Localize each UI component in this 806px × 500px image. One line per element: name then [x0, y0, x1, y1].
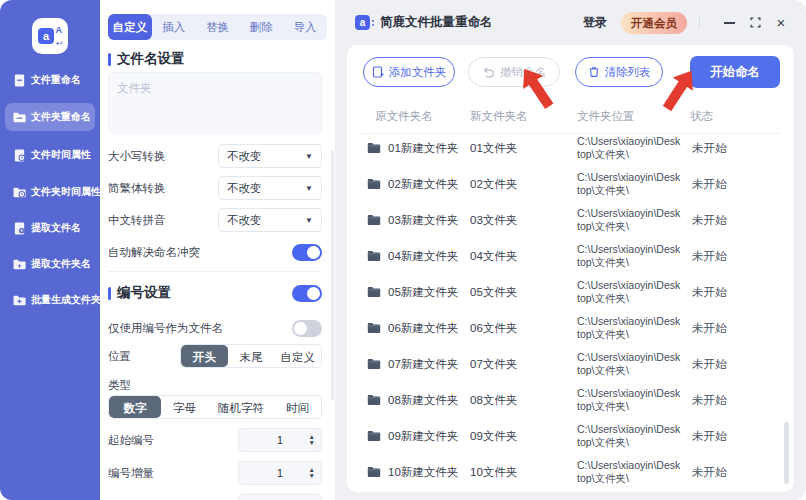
position-option-custom[interactable]: 自定义	[274, 345, 321, 367]
start-number-stepper[interactable]: 1 ▲▼	[238, 428, 322, 452]
table-row[interactable]: 08新建文件夹 08文件夹 C:\Users\xiaoyin\Desktop\文…	[363, 382, 780, 418]
clear-list-button[interactable]: 清除列表	[575, 57, 663, 87]
stepper-arrows-icon[interactable]: ▲▼	[309, 495, 315, 500]
position-label: 位置	[108, 349, 131, 364]
case-convert-row: 大小写转换 不改变 ▼	[108, 144, 322, 168]
sidebar-item-file-time[interactable]: 文件时间属性	[5, 141, 95, 169]
app-window: a A ↩ 文件重命名 文件夹重命名 文件时间属性 文件夹时间属性 提取文件名 …	[0, 0, 806, 500]
only-number-toggle[interactable]	[292, 320, 322, 337]
pinyin-convert-label: 中文转拼音	[108, 213, 166, 228]
type-option-time[interactable]: 时间	[274, 396, 321, 418]
increment-label: 编号增量	[108, 466, 154, 481]
tradsimp-convert-label: 简繁体转换	[108, 181, 166, 196]
orig-folder-name: 09新建文件夹	[388, 429, 458, 444]
partial-stepper[interactable]: ▲▼	[238, 494, 322, 500]
new-folder-name: 06文件夹	[470, 321, 577, 336]
sidebar-item-label: 提取文件名	[31, 221, 81, 235]
type-option-random[interactable]: 随机字符	[208, 396, 274, 418]
vip-button[interactable]: 开通会员	[621, 12, 687, 34]
login-button[interactable]: 登录	[583, 14, 607, 31]
add-folder-icon	[372, 66, 384, 78]
tab-insert[interactable]: 插入	[152, 14, 196, 40]
new-folder-name: 09文件夹	[470, 429, 577, 444]
table-scrollbar[interactable]	[784, 422, 789, 484]
folder-icon	[367, 250, 381, 262]
numbering-section-header: 编号设置	[108, 284, 322, 302]
folder-time-icon	[12, 186, 27, 199]
folder-rename-icon	[12, 111, 27, 124]
conflict-label: 自动解决命名冲突	[108, 245, 200, 260]
stepper-arrows-icon[interactable]: ▲▼	[309, 462, 315, 484]
folder-icon	[367, 322, 381, 334]
folder-path: C:\Users\xiaoyin\Desktop\文件夹\	[577, 135, 690, 161]
case-convert-label: 大小写转换	[108, 149, 166, 164]
table-row[interactable]: 09新建文件夹 09文件夹 C:\Users\xiaoyin\Desktop\文…	[363, 418, 780, 454]
sidebar-item-folder-create[interactable]: 批量生成文件夹	[5, 286, 95, 314]
table-row[interactable]: 02新建文件夹 02文件夹 C:\Users\xiaoyin\Desktop\文…	[363, 166, 780, 202]
orig-folder-name: 02新建文件夹	[388, 177, 458, 192]
close-button[interactable]: ×	[772, 14, 790, 32]
pinyin-convert-select[interactable]: 不改变 ▼	[218, 208, 322, 232]
table-row[interactable]: 10新建文件夹 10文件夹 C:\Users\xiaoyin\Desktop\文…	[363, 454, 780, 490]
new-folder-name: 07文件夹	[470, 357, 577, 372]
minimize-button[interactable]	[720, 14, 738, 32]
status-text: 未开始	[690, 357, 780, 372]
sidebar-item-file-rename[interactable]: 文件重命名	[5, 66, 95, 94]
position-row: 位置 开头 末尾 自定义	[108, 344, 322, 368]
new-folder-name: 01文件夹	[470, 141, 577, 156]
new-folder-name: 04文件夹	[470, 249, 577, 264]
status-text: 未开始	[690, 465, 780, 480]
tab-import[interactable]: 导入	[283, 14, 327, 40]
tradsimp-convert-select[interactable]: 不改变 ▼	[218, 176, 322, 200]
status-text: 未开始	[690, 177, 780, 192]
table-row[interactable]: 01新建文件夹 01文件夹 C:\Users\xiaoyin\Desktop\文…	[363, 130, 780, 166]
window-title: 简鹿文件批量重命名	[380, 14, 493, 31]
sidebar-item-extract-file[interactable]: 提取文件名	[5, 214, 95, 242]
sidebar-item-folder-rename[interactable]: 文件夹重命名	[5, 103, 95, 131]
case-convert-select[interactable]: 不改变 ▼	[218, 144, 322, 168]
tab-custom[interactable]: 自定义	[108, 14, 152, 40]
status-text: 未开始	[690, 141, 780, 156]
stepper-arrows-icon[interactable]: ▲▼	[309, 429, 315, 451]
app-icon: a	[355, 15, 370, 30]
table-row[interactable]: 04新建文件夹 04文件夹 C:\Users\xiaoyin\Desktop\文…	[363, 238, 780, 274]
sidebar-item-folder-time[interactable]: 文件夹时间属性	[5, 178, 95, 206]
type-option-number[interactable]: 数字	[109, 396, 161, 418]
status-text: 未开始	[690, 429, 780, 444]
sidebar-item-label: 文件重命名	[31, 73, 81, 87]
position-option-start[interactable]: 开头	[181, 345, 228, 367]
only-number-row: 仅使用编号作为文件名	[108, 316, 322, 340]
increment-stepper[interactable]: 1 ▲▼	[238, 461, 322, 485]
folder-path: C:\Users\xiaoyin\Desktop\文件夹\	[577, 243, 690, 269]
type-option-letter[interactable]: 字母	[161, 396, 208, 418]
tab-replace[interactable]: 替换	[196, 14, 240, 40]
folder-icon	[367, 178, 381, 190]
type-segmented: 数字 字母 随机字符 时间	[108, 395, 322, 419]
caret-down-icon: ▼	[305, 152, 313, 161]
new-folder-name: 02文件夹	[470, 177, 577, 192]
table-row[interactable]: 06新建文件夹 06文件夹 C:\Users\xiaoyin\Desktop\文…	[363, 310, 780, 346]
conflict-toggle[interactable]	[292, 244, 322, 261]
header-orig-name: 原文件夹名	[363, 109, 470, 124]
new-folder-name: 05文件夹	[470, 285, 577, 300]
settings-panel: 自定义 插入 替换 删除 导入 文件名设置 大小写转换 不改变 ▼ 简繁体转换 …	[100, 0, 335, 500]
start-rename-button[interactable]: 开始命名	[690, 56, 780, 88]
table-row[interactable]: 07新建文件夹 07文件夹 C:\Users\xiaoyin\Desktop\文…	[363, 346, 780, 382]
section-bar	[108, 287, 111, 300]
undo-rename-button[interactable]: 撤销命名	[468, 57, 560, 87]
position-option-end[interactable]: 末尾	[228, 345, 275, 367]
numbering-section-title: 编号设置	[117, 284, 171, 302]
sidebar-item-label: 提取文件夹名	[31, 257, 91, 271]
numbering-toggle[interactable]	[292, 285, 322, 302]
status-text: 未开始	[690, 213, 780, 228]
sidebar-item-label: 文件夹重命名	[31, 110, 91, 124]
filename-input[interactable]	[108, 72, 322, 134]
table-row[interactable]: 05新建文件夹 05文件夹 C:\Users\xiaoyin\Desktop\文…	[363, 274, 780, 310]
folder-icon	[367, 466, 381, 478]
add-folder-button[interactable]: 添加文件夹	[363, 57, 455, 87]
table-row[interactable]: 03新建文件夹 03文件夹 C:\Users\xiaoyin\Desktop\文…	[363, 202, 780, 238]
sidebar-item-extract-folder[interactable]: 提取文件夹名	[5, 250, 95, 278]
maximize-button[interactable]	[746, 14, 764, 32]
conflict-row: 自动解决命名冲突	[108, 240, 322, 264]
tab-delete[interactable]: 删除	[239, 14, 283, 40]
